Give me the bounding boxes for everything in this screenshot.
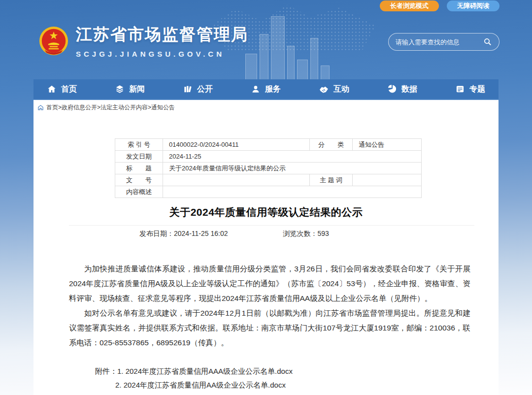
content-panel: 首页>政府信息公开>法定主动公开内容>通知公告 索 引 号 01400022-0…	[33, 100, 499, 395]
meta-summary-value	[163, 186, 422, 198]
nav-item-label: 专题	[469, 84, 485, 95]
site-title: 江苏省市场监督管理局	[76, 24, 248, 46]
nav-item-special[interactable]: 专题	[455, 84, 485, 95]
meta-docno-label: 文 号	[115, 174, 163, 186]
brand-text: 江苏省市场监督管理局 SCJGJ.JIANGSU.GOV.CN	[76, 24, 248, 58]
article-body: 为加快推进质量诚信体系建设，推动质量信用分级分类监管，3月26日，我们会同省发改…	[33, 262, 499, 350]
attachments-label: 附件：	[95, 367, 117, 375]
view-count: 浏览次数：593	[283, 230, 329, 238]
nav-item-label: 互动	[333, 84, 349, 95]
nav-item-label: 数据	[401, 84, 417, 95]
nav-item-data[interactable]: 数据	[387, 84, 417, 95]
breadcrumb: 首页>政府信息公开>法定主动公开内容>通知公告	[33, 100, 499, 112]
meta-category-label: 分 类	[310, 139, 353, 151]
nav-item-interact[interactable]: 互动	[319, 84, 349, 95]
quick-access-bar: 长者浏览模式 无障碍阅读	[380, 0, 499, 11]
meta-date-label: 发文日期	[115, 151, 163, 163]
nav-item-label: 新闻	[129, 84, 145, 95]
accessibility-button[interactable]: 无障碍阅读	[447, 0, 499, 11]
meta-index-value: 01400022-0/2024-00411	[163, 139, 310, 151]
title-divider	[69, 225, 474, 226]
handshake-icon	[319, 84, 329, 95]
table-row: 索 引 号 01400022-0/2024-00411 分 类 通知公告	[115, 139, 422, 151]
meta-summary-label: 内容概述	[115, 186, 163, 198]
attachment-link-1[interactable]: 1. 2024年度江苏省质量信用AAA级企业公示名单.docx	[117, 367, 293, 375]
monitor-icon	[455, 84, 465, 94]
attachment-line: 附件：1. 2024年度江苏省质量信用AAA级企业公示名单.docx	[95, 364, 499, 378]
publish-date-label: 发布日期：	[139, 230, 174, 237]
article-paragraph: 如对公示名单有意见或建议，请于2024年12月1日前（以邮戳为准）向江苏省市场监…	[69, 306, 470, 350]
publish-date: 发布日期：2024-11-25 16:02	[139, 230, 228, 238]
city-skyline-decoration	[245, 16, 330, 79]
layers-icon	[115, 84, 125, 94]
home-icon	[47, 84, 57, 94]
document-meta-table: 索 引 号 01400022-0/2024-00411 分 类 通知公告 发文日…	[115, 138, 422, 198]
meta-docno-value	[163, 174, 310, 186]
nav-item-label: 公开	[197, 84, 213, 95]
search-icon	[483, 37, 492, 46]
table-row: 文 号 主 题 词	[115, 174, 422, 186]
site-brand[interactable]: 江苏省市场监督管理局 SCJGJ.JIANGSU.GOV.CN	[38, 24, 248, 58]
main-nav: 首页 新闻 公开 服务	[33, 79, 499, 99]
meta-keywords-value	[353, 174, 422, 186]
article-paragraph: 为加快推进质量诚信体系建设，推动质量信用分级分类监管，3月26日，我们会同省发改…	[69, 262, 470, 306]
meta-index-label: 索 引 号	[115, 139, 163, 151]
table-row: 标 题 关于2024年质量信用等级认定结果的公示	[115, 163, 422, 174]
page: 长者浏览模式 无障碍阅读 江苏省市场监督管理局	[0, 0, 532, 395]
meta-title-label: 标 题	[115, 163, 163, 174]
meta-category-value: 通知公告	[353, 139, 422, 151]
books-icon	[183, 84, 193, 94]
table-row: 内容概述	[115, 186, 422, 198]
attachment-line: 2. 2024年度江苏省质量信用AA级企业公示名单.docx	[95, 378, 499, 392]
elder-mode-button[interactable]: 长者浏览模式	[380, 0, 439, 11]
meta-keywords-label: 主 题 词	[310, 174, 353, 186]
site-url: SCJGJ.JIANGSU.GOV.CN	[76, 50, 248, 58]
pie-chart-icon	[387, 84, 397, 94]
site-header: 江苏省市场监督管理局 SCJGJ.JIANGSU.GOV.CN	[0, 0, 532, 79]
article-meta: 发布日期：2024-11-25 16:02 浏览次数：593	[33, 230, 499, 238]
search-button[interactable]	[483, 37, 492, 46]
nav-item-service[interactable]: 服务	[251, 84, 281, 95]
nav-item-news[interactable]: 新闻	[115, 84, 145, 95]
search-input[interactable]	[396, 38, 483, 46]
attachment-link-2[interactable]: 2. 2024年度江苏省质量信用AA级企业公示名单.docx	[115, 381, 286, 389]
home-outline-icon	[37, 104, 44, 111]
meta-date-value: 2024-11-25	[163, 151, 422, 163]
search-box[interactable]	[388, 33, 499, 51]
view-count-label: 浏览次数：	[283, 230, 318, 237]
publish-date-value: 2024-11-25 16:02	[174, 230, 228, 237]
table-row: 发文日期 2024-11-25	[115, 151, 422, 163]
meta-title-value: 关于2024年质量信用等级认定结果的公示	[163, 163, 422, 174]
article-title: 关于2024年质量信用等级认定结果的公示	[43, 205, 489, 219]
nav-item-label: 首页	[61, 84, 77, 95]
nav-item-label: 服务	[265, 84, 281, 95]
view-count-value: 593	[318, 230, 329, 237]
nav-item-home[interactable]: 首页	[47, 84, 77, 95]
user-icon	[251, 84, 261, 94]
attachments: 附件：1. 2024年度江苏省质量信用AAA级企业公示名单.docx 2. 20…	[33, 364, 499, 392]
breadcrumb-path[interactable]: 首页>政府信息公开>法定主动公开内容>通知公告	[46, 103, 175, 112]
nav-item-public[interactable]: 公开	[183, 84, 213, 95]
national-emblem-logo	[38, 26, 69, 56]
